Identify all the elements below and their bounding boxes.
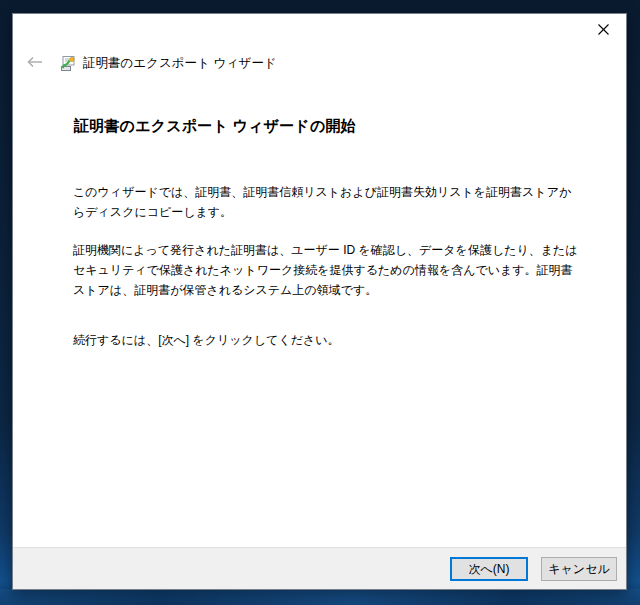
cancel-button[interactable]: キャンセル (541, 557, 617, 581)
wizard-title: 証明書のエクスポート ウィザード (83, 55, 277, 72)
intro-paragraph: このウィザードでは、証明書、証明書信頼リストおよび証明書失効リストを証明書ストア… (73, 182, 579, 222)
title-bar (13, 14, 626, 46)
button-bar: 次へ(N) キャンセル (13, 547, 626, 589)
continue-instruction: 続行するには、[次へ] をクリックしてください。 (73, 330, 579, 350)
next-button[interactable]: 次へ(N) (450, 557, 528, 581)
wizard-window: 証明書のエクスポート ウィザード 証明書のエクスポート ウィザードの開始 このウ… (12, 13, 627, 590)
back-button[interactable] (22, 52, 48, 74)
wizard-nav-row: 証明書のエクスポート ウィザード (13, 46, 626, 80)
close-icon (598, 21, 609, 39)
description-paragraph: 証明機関によって発行された証明書は、ユーザー ID を確認し、データを保護したり… (73, 240, 579, 300)
certificate-export-icon (59, 55, 76, 72)
page-heading: 証明書のエクスポート ウィザードの開始 (74, 117, 356, 136)
close-button[interactable] (581, 14, 626, 46)
back-arrow-icon (27, 54, 43, 72)
